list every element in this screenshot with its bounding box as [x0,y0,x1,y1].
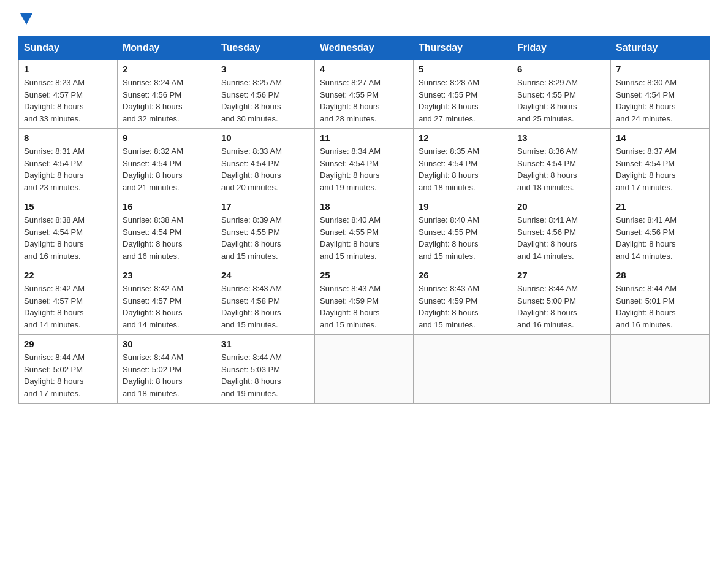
calendar-day-cell: 25 Sunrise: 8:43 AM Sunset: 4:59 PM Dayl… [315,266,414,335]
day-number: 15 [24,201,112,212]
calendar-week-row: 29 Sunrise: 8:44 AM Sunset: 5:02 PM Dayl… [19,335,710,404]
day-number: 24 [221,270,309,280]
calendar-table: SundayMondayTuesdayWednesdayThursdayFrid… [18,36,710,404]
calendar-day-cell [315,335,414,404]
calendar-day-cell [512,335,611,404]
day-number: 14 [616,132,704,143]
day-info: Sunrise: 8:44 AM Sunset: 5:02 PM Dayligh… [24,351,112,399]
day-number: 23 [123,270,211,280]
day-info: Sunrise: 8:23 AM Sunset: 4:57 PM Dayligh… [24,77,112,124]
day-info: Sunrise: 8:40 AM Sunset: 4:55 PM Dayligh… [320,214,408,262]
day-number: 6 [517,64,605,74]
logo-row1 [18,12,32,26]
svg-marker-0 [20,13,32,25]
weekday-header-saturday: Saturday [611,36,710,60]
calendar-day-cell: 21 Sunrise: 8:41 AM Sunset: 4:56 PM Dayl… [611,197,710,266]
day-info: Sunrise: 8:31 AM Sunset: 4:54 PM Dayligh… [24,145,112,193]
day-number: 8 [24,132,112,143]
page-header [18,12,710,23]
day-info: Sunrise: 8:28 AM Sunset: 4:55 PM Dayligh… [419,77,507,124]
calendar-day-cell [611,335,710,404]
day-number: 19 [419,201,507,212]
calendar-day-cell: 2 Sunrise: 8:24 AM Sunset: 4:56 PM Dayli… [118,60,216,129]
day-info: Sunrise: 8:41 AM Sunset: 4:56 PM Dayligh… [517,214,605,262]
weekday-header-friday: Friday [512,36,611,60]
calendar-day-cell: 23 Sunrise: 8:42 AM Sunset: 4:57 PM Dayl… [118,266,216,335]
calendar-day-cell: 19 Sunrise: 8:40 AM Sunset: 4:55 PM Dayl… [414,197,512,266]
day-info: Sunrise: 8:35 AM Sunset: 4:54 PM Dayligh… [419,145,507,193]
day-info: Sunrise: 8:37 AM Sunset: 4:54 PM Dayligh… [616,145,704,193]
day-info: Sunrise: 8:42 AM Sunset: 4:57 PM Dayligh… [123,283,211,331]
calendar-day-cell: 15 Sunrise: 8:38 AM Sunset: 4:54 PM Dayl… [19,197,118,266]
calendar-day-cell: 24 Sunrise: 8:43 AM Sunset: 4:58 PM Dayl… [216,266,315,335]
weekday-header-wednesday: Wednesday [315,36,414,60]
day-number: 17 [221,201,309,212]
calendar-day-cell: 4 Sunrise: 8:27 AM Sunset: 4:55 PM Dayli… [315,60,414,129]
day-number: 28 [616,270,704,280]
weekday-header-monday: Monday [118,36,216,60]
day-number: 21 [616,201,704,212]
calendar-day-cell: 18 Sunrise: 8:40 AM Sunset: 4:55 PM Dayl… [315,197,414,266]
day-number: 10 [221,132,309,143]
calendar-day-cell: 9 Sunrise: 8:32 AM Sunset: 4:54 PM Dayli… [118,129,216,197]
calendar-day-cell: 11 Sunrise: 8:34 AM Sunset: 4:54 PM Dayl… [315,129,414,197]
day-number: 26 [419,270,507,280]
day-number: 27 [517,270,605,280]
calendar-week-row: 8 Sunrise: 8:31 AM Sunset: 4:54 PM Dayli… [19,129,710,197]
calendar-header-row: SundayMondayTuesdayWednesdayThursdayFrid… [19,36,710,60]
day-info: Sunrise: 8:44 AM Sunset: 5:01 PM Dayligh… [616,283,704,331]
day-number: 30 [123,339,211,349]
calendar-day-cell: 17 Sunrise: 8:39 AM Sunset: 4:55 PM Dayl… [216,197,315,266]
calendar-day-cell: 13 Sunrise: 8:36 AM Sunset: 4:54 PM Dayl… [512,129,611,197]
day-info: Sunrise: 8:25 AM Sunset: 4:56 PM Dayligh… [221,77,309,124]
day-info: Sunrise: 8:43 AM Sunset: 4:59 PM Dayligh… [419,283,507,331]
calendar-day-cell: 28 Sunrise: 8:44 AM Sunset: 5:01 PM Dayl… [611,266,710,335]
day-info: Sunrise: 8:34 AM Sunset: 4:54 PM Dayligh… [320,145,408,193]
day-number: 22 [24,270,112,280]
day-info: Sunrise: 8:24 AM Sunset: 4:56 PM Dayligh… [123,77,211,124]
logo [18,12,32,23]
day-info: Sunrise: 8:29 AM Sunset: 4:55 PM Dayligh… [517,77,605,124]
day-number: 29 [24,339,112,349]
day-info: Sunrise: 8:33 AM Sunset: 4:54 PM Dayligh… [221,145,309,193]
day-number: 12 [419,132,507,143]
calendar-day-cell: 12 Sunrise: 8:35 AM Sunset: 4:54 PM Dayl… [414,129,512,197]
day-info: Sunrise: 8:38 AM Sunset: 4:54 PM Dayligh… [123,214,211,262]
calendar-day-cell: 20 Sunrise: 8:41 AM Sunset: 4:56 PM Dayl… [512,197,611,266]
calendar-day-cell: 3 Sunrise: 8:25 AM Sunset: 4:56 PM Dayli… [216,60,315,129]
day-info: Sunrise: 8:42 AM Sunset: 4:57 PM Dayligh… [24,283,112,331]
day-info: Sunrise: 8:39 AM Sunset: 4:55 PM Dayligh… [221,214,309,262]
calendar-day-cell: 22 Sunrise: 8:42 AM Sunset: 4:57 PM Dayl… [19,266,118,335]
calendar-day-cell: 8 Sunrise: 8:31 AM Sunset: 4:54 PM Dayli… [19,129,118,197]
calendar-day-cell: 16 Sunrise: 8:38 AM Sunset: 4:54 PM Dayl… [118,197,216,266]
day-info: Sunrise: 8:44 AM Sunset: 5:03 PM Dayligh… [221,351,309,399]
day-info: Sunrise: 8:44 AM Sunset: 5:02 PM Dayligh… [123,351,211,399]
day-info: Sunrise: 8:36 AM Sunset: 4:54 PM Dayligh… [517,145,605,193]
weekday-header-tuesday: Tuesday [216,36,315,60]
calendar-day-cell: 29 Sunrise: 8:44 AM Sunset: 5:02 PM Dayl… [19,335,118,404]
calendar-day-cell: 27 Sunrise: 8:44 AM Sunset: 5:00 PM Dayl… [512,266,611,335]
day-number: 2 [123,64,211,74]
day-info: Sunrise: 8:43 AM Sunset: 4:59 PM Dayligh… [320,283,408,331]
day-number: 11 [320,132,408,143]
day-info: Sunrise: 8:41 AM Sunset: 4:56 PM Dayligh… [616,214,704,262]
day-number: 13 [517,132,605,143]
day-number: 18 [320,201,408,212]
day-number: 20 [517,201,605,212]
day-number: 1 [24,64,112,74]
calendar-week-row: 1 Sunrise: 8:23 AM Sunset: 4:57 PM Dayli… [19,60,710,129]
day-info: Sunrise: 8:30 AM Sunset: 4:54 PM Dayligh… [616,77,704,124]
day-number: 5 [419,64,507,74]
day-number: 16 [123,201,211,212]
calendar-day-cell: 10 Sunrise: 8:33 AM Sunset: 4:54 PM Dayl… [216,129,315,197]
day-info: Sunrise: 8:32 AM Sunset: 4:54 PM Dayligh… [123,145,211,193]
calendar-week-row: 22 Sunrise: 8:42 AM Sunset: 4:57 PM Dayl… [19,266,710,335]
calendar-day-cell [414,335,512,404]
day-info: Sunrise: 8:40 AM Sunset: 4:55 PM Dayligh… [419,214,507,262]
day-info: Sunrise: 8:44 AM Sunset: 5:00 PM Dayligh… [517,283,605,331]
day-info: Sunrise: 8:27 AM Sunset: 4:55 PM Dayligh… [320,77,408,124]
day-number: 7 [616,64,704,74]
calendar-day-cell: 31 Sunrise: 8:44 AM Sunset: 5:03 PM Dayl… [216,335,315,404]
day-number: 25 [320,270,408,280]
logo-triangle-icon [20,13,32,26]
